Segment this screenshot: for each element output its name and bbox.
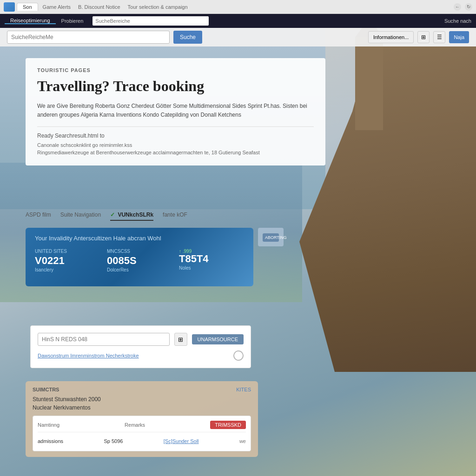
nav-item-probieren[interactable]: Probieren: [56, 18, 89, 24]
hero-divider: [37, 126, 314, 127]
bottom-card-header: SUIMCTRS KITES: [33, 387, 251, 392]
tab-vunk-label: VUNkchSLRk: [118, 212, 153, 218]
tabs-section: ASPD film Suite Navigation ✓ VUNkchSLRk …: [26, 212, 187, 221]
table-cell-name: admissions: [38, 438, 63, 444]
nav-right-text: Suche nach: [444, 18, 471, 24]
stat-item-0: United Sites V0221 Isanclery: [35, 249, 100, 272]
bottom-card-title: SUIMCTRS: [33, 387, 59, 392]
hero-title: Travelling? Trace booking: [37, 78, 314, 95]
search-widget-footer: Dawsonstrum Imrenminstrom Necherkstroke: [38, 350, 244, 361]
table-col-remarks: Remarks: [125, 422, 145, 428]
bottom-card-info2: Nuclear Nerkivamentos: [33, 404, 251, 411]
stat-label-1: MNCSCSS: [107, 249, 172, 254]
tab-vunk[interactable]: ✓ VUNkchSLRk: [110, 212, 153, 221]
browser-tab-2[interactable]: Game Alerts: [39, 3, 75, 11]
browser-tab-3[interactable]: B. Discount Notice: [74, 3, 124, 11]
browser-tabs: Son Game Alerts B. Discount Notice Tour …: [17, 3, 454, 11]
main-search-button[interactable]: Suche: [173, 31, 202, 44]
search-widget: ⊞ UNARMSOURCE Dawsonstrum Imrenminstrom …: [30, 325, 251, 368]
stats-card-title: Your Invalidity Anterscultizen Hale abcr…: [35, 235, 244, 242]
bottom-card-info1: Stuntest Stunwashten 2000: [33, 396, 251, 403]
table-submit-btn[interactable]: TRIMSSKD: [210, 421, 246, 429]
hero-card: Touristic Pages Travelling? Trace bookin…: [26, 58, 325, 165]
side-card: ABORTING: [258, 228, 284, 246]
stat-item-2: ↑ .999 T85T4 Noles: [179, 249, 244, 272]
stat-sub-1: DolcerRes: [107, 267, 172, 272]
nav-search-input[interactable]: [93, 16, 209, 26]
hero-content2: Ringsmediawerkzeuge at Berenthouserwerkz…: [37, 149, 314, 156]
hero-content1: Canonale schscoknklint go reiminmler.kss: [37, 142, 314, 149]
stat-sub-0: Isanclery: [35, 267, 100, 272]
action-button[interactable]: Naja: [449, 31, 469, 43]
table-cell-amount: Sp 5096: [104, 438, 123, 444]
menu-icon[interactable]: ☰: [433, 31, 445, 43]
side-card-btn[interactable]: ABORTING: [263, 233, 279, 242]
stat-value-1: 0085S: [107, 256, 172, 266]
browser-chrome: Son Game Alerts B. Discount Notice Tour …: [0, 0, 476, 14]
table-row-link[interactable]: [Sc]Sunder Soll: [164, 438, 199, 444]
browser-controls: ← ↻: [454, 3, 472, 11]
tab-suite[interactable]: Suite Navigation: [60, 212, 101, 221]
stat-value-0: V0221: [35, 256, 100, 266]
hero-subtitle: Ready Searchresult.html to: [37, 132, 314, 139]
search-widget-circle: [233, 350, 244, 361]
table-card: Namtinng Remarks TRIMSSKD admissions Sp …: [33, 416, 251, 451]
search-widget-icon[interactable]: ⊞: [174, 333, 187, 346]
search-toolbar: Suche Informationen... ⊞ ☰ Naja: [0, 28, 476, 46]
tab-aspd[interactable]: ASPD film: [26, 212, 51, 221]
stat-value-2: T85T4: [179, 254, 244, 264]
tab-check-icon: ✓: [110, 212, 115, 218]
browser-logo: [4, 2, 15, 12]
stat-label-0: United Sites: [35, 249, 100, 254]
stats-card: Your Invalidity Anterscultizen Hale abcr…: [26, 228, 253, 286]
browser-tab-4[interactable]: Tour selection & campaign: [124, 3, 192, 11]
bottom-card-link[interactable]: KITES: [236, 387, 251, 392]
main-content: Touristic Pages Travelling? Trace bookin…: [0, 46, 476, 476]
stat-sub-2: Noles: [179, 265, 244, 271]
grid-icon[interactable]: ⊞: [417, 31, 430, 43]
browser-refresh-btn[interactable]: ↻: [465, 3, 472, 11]
table-header: Namtinng Remarks TRIMSSKD: [38, 421, 246, 432]
stats-grid: United Sites V0221 Isanclery MNCSCSS 008…: [35, 249, 244, 272]
stat-item-1: MNCSCSS 0085S DolcerRes: [107, 249, 172, 272]
hero-description: We are Give Bereitung Roberta Gonz Cherd…: [37, 102, 314, 119]
toolbar-right: Informationen... ⊞ ☰ Naja: [368, 31, 469, 43]
table-col-name: Namtinng: [38, 422, 60, 428]
nav-item-reise[interactable]: Reiseoptimierung: [5, 18, 56, 24]
search-widget-link[interactable]: Dawsonstrum Imrenminstrom Necherkstroke: [38, 353, 139, 358]
hero-tag: Touristic Pages: [37, 67, 314, 73]
search-widget-input[interactable]: [38, 333, 170, 346]
browser-back-btn[interactable]: ←: [454, 3, 461, 11]
main-search-input[interactable]: [7, 31, 170, 44]
bottom-card: SUIMCTRS KITES Stuntest Stunwashten 2000…: [26, 381, 258, 457]
table-row: admissions Sp 5096 [Sc]Sunder Soll we: [38, 436, 246, 446]
tab-fante[interactable]: fante kOF: [163, 212, 187, 221]
search-widget-row: ⊞ UNARMSOURCE: [38, 333, 244, 346]
nav-bar: Reiseoptimierung Probieren Suche nach: [0, 14, 476, 28]
browser-tab-active[interactable]: Son: [17, 3, 38, 11]
table-row-action[interactable]: we: [239, 438, 246, 444]
info-button[interactable]: Informationen...: [368, 31, 414, 43]
search-widget-button[interactable]: UNARMSOURCE: [192, 334, 244, 344]
